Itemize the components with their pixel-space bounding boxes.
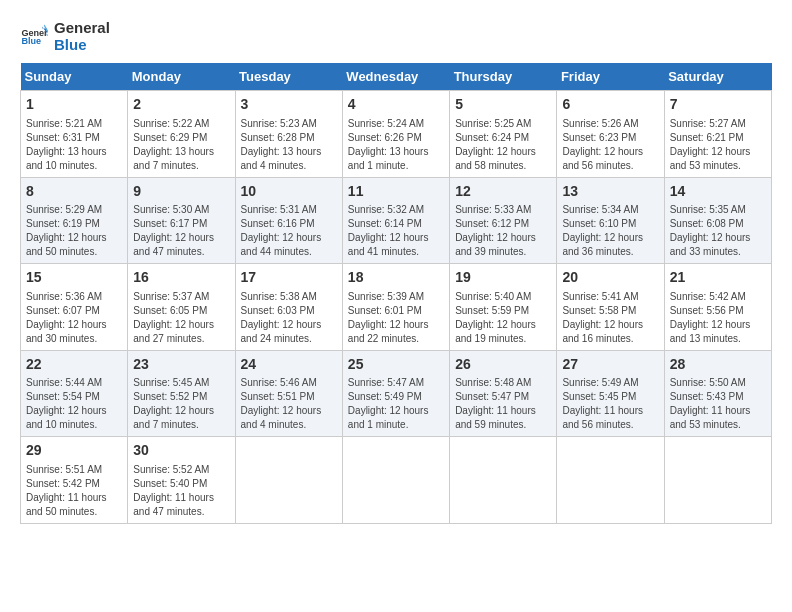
- logo: General Blue General Blue: [20, 20, 110, 53]
- day-detail: Sunrise: 5:42 AMSunset: 5:56 PMDaylight:…: [670, 290, 766, 346]
- day-detail: Sunrise: 5:26 AMSunset: 6:23 PMDaylight:…: [562, 117, 658, 173]
- calendar-cell: 15 Sunrise: 5:36 AMSunset: 6:07 PMDaylig…: [21, 264, 128, 351]
- calendar-table: Sunday Monday Tuesday Wednesday Thursday…: [20, 63, 772, 524]
- col-tuesday: Tuesday: [235, 63, 342, 91]
- calendar-cell: 11 Sunrise: 5:32 AMSunset: 6:14 PMDaylig…: [342, 177, 449, 264]
- day-number: 21: [670, 268, 766, 288]
- calendar-cell: 30 Sunrise: 5:52 AMSunset: 5:40 PMDaylig…: [128, 437, 235, 524]
- day-number: 10: [241, 182, 337, 202]
- calendar-cell: 19 Sunrise: 5:40 AMSunset: 5:59 PMDaylig…: [450, 264, 557, 351]
- calendar-cell: 13 Sunrise: 5:34 AMSunset: 6:10 PMDaylig…: [557, 177, 664, 264]
- col-monday: Monday: [128, 63, 235, 91]
- col-saturday: Saturday: [664, 63, 771, 91]
- day-detail: Sunrise: 5:32 AMSunset: 6:14 PMDaylight:…: [348, 203, 444, 259]
- calendar-cell: 17 Sunrise: 5:38 AMSunset: 6:03 PMDaylig…: [235, 264, 342, 351]
- day-number: 24: [241, 355, 337, 375]
- calendar-week-3: 15 Sunrise: 5:36 AMSunset: 6:07 PMDaylig…: [21, 264, 772, 351]
- calendar-cell: [664, 437, 771, 524]
- day-detail: Sunrise: 5:47 AMSunset: 5:49 PMDaylight:…: [348, 376, 444, 432]
- day-number: 2: [133, 95, 229, 115]
- calendar-cell: 14 Sunrise: 5:35 AMSunset: 6:08 PMDaylig…: [664, 177, 771, 264]
- day-number: 28: [670, 355, 766, 375]
- day-detail: Sunrise: 5:36 AMSunset: 6:07 PMDaylight:…: [26, 290, 122, 346]
- day-number: 30: [133, 441, 229, 461]
- day-detail: Sunrise: 5:51 AMSunset: 5:42 PMDaylight:…: [26, 463, 122, 519]
- calendar-week-2: 8 Sunrise: 5:29 AMSunset: 6:19 PMDayligh…: [21, 177, 772, 264]
- col-thursday: Thursday: [450, 63, 557, 91]
- day-number: 5: [455, 95, 551, 115]
- day-detail: Sunrise: 5:31 AMSunset: 6:16 PMDaylight:…: [241, 203, 337, 259]
- day-detail: Sunrise: 5:50 AMSunset: 5:43 PMDaylight:…: [670, 376, 766, 432]
- day-detail: Sunrise: 5:33 AMSunset: 6:12 PMDaylight:…: [455, 203, 551, 259]
- calendar-week-1: 1 Sunrise: 5:21 AMSunset: 6:31 PMDayligh…: [21, 91, 772, 178]
- day-detail: Sunrise: 5:25 AMSunset: 6:24 PMDaylight:…: [455, 117, 551, 173]
- day-detail: Sunrise: 5:30 AMSunset: 6:17 PMDaylight:…: [133, 203, 229, 259]
- day-detail: Sunrise: 5:29 AMSunset: 6:19 PMDaylight:…: [26, 203, 122, 259]
- day-detail: Sunrise: 5:45 AMSunset: 5:52 PMDaylight:…: [133, 376, 229, 432]
- day-detail: Sunrise: 5:49 AMSunset: 5:45 PMDaylight:…: [562, 376, 658, 432]
- calendar-week-5: 29 Sunrise: 5:51 AMSunset: 5:42 PMDaylig…: [21, 437, 772, 524]
- day-number: 12: [455, 182, 551, 202]
- day-detail: Sunrise: 5:44 AMSunset: 5:54 PMDaylight:…: [26, 376, 122, 432]
- day-number: 6: [562, 95, 658, 115]
- day-number: 25: [348, 355, 444, 375]
- day-detail: Sunrise: 5:27 AMSunset: 6:21 PMDaylight:…: [670, 117, 766, 173]
- day-number: 7: [670, 95, 766, 115]
- day-detail: Sunrise: 5:22 AMSunset: 6:29 PMDaylight:…: [133, 117, 229, 173]
- day-number: 22: [26, 355, 122, 375]
- day-detail: Sunrise: 5:37 AMSunset: 6:05 PMDaylight:…: [133, 290, 229, 346]
- day-number: 11: [348, 182, 444, 202]
- calendar-cell: 24 Sunrise: 5:46 AMSunset: 5:51 PMDaylig…: [235, 350, 342, 437]
- day-number: 4: [348, 95, 444, 115]
- col-wednesday: Wednesday: [342, 63, 449, 91]
- calendar-cell: 22 Sunrise: 5:44 AMSunset: 5:54 PMDaylig…: [21, 350, 128, 437]
- day-detail: Sunrise: 5:39 AMSunset: 6:01 PMDaylight:…: [348, 290, 444, 346]
- calendar-cell: 5 Sunrise: 5:25 AMSunset: 6:24 PMDayligh…: [450, 91, 557, 178]
- day-detail: Sunrise: 5:38 AMSunset: 6:03 PMDaylight:…: [241, 290, 337, 346]
- logo-text-line2: Blue: [54, 37, 110, 54]
- day-detail: Sunrise: 5:48 AMSunset: 5:47 PMDaylight:…: [455, 376, 551, 432]
- calendar-cell: 2 Sunrise: 5:22 AMSunset: 6:29 PMDayligh…: [128, 91, 235, 178]
- calendar-cell: 1 Sunrise: 5:21 AMSunset: 6:31 PMDayligh…: [21, 91, 128, 178]
- day-number: 13: [562, 182, 658, 202]
- day-number: 27: [562, 355, 658, 375]
- day-number: 17: [241, 268, 337, 288]
- day-detail: Sunrise: 5:41 AMSunset: 5:58 PMDaylight:…: [562, 290, 658, 346]
- calendar-cell: 20 Sunrise: 5:41 AMSunset: 5:58 PMDaylig…: [557, 264, 664, 351]
- day-number: 9: [133, 182, 229, 202]
- day-number: 23: [133, 355, 229, 375]
- col-sunday: Sunday: [21, 63, 128, 91]
- calendar-cell: 28 Sunrise: 5:50 AMSunset: 5:43 PMDaylig…: [664, 350, 771, 437]
- calendar-header-row: Sunday Monday Tuesday Wednesday Thursday…: [21, 63, 772, 91]
- logo-text-line1: General: [54, 20, 110, 37]
- day-detail: Sunrise: 5:21 AMSunset: 6:31 PMDaylight:…: [26, 117, 122, 173]
- calendar-cell: [235, 437, 342, 524]
- day-number: 14: [670, 182, 766, 202]
- calendar-cell: 27 Sunrise: 5:49 AMSunset: 5:45 PMDaylig…: [557, 350, 664, 437]
- day-detail: Sunrise: 5:34 AMSunset: 6:10 PMDaylight:…: [562, 203, 658, 259]
- calendar-cell: 12 Sunrise: 5:33 AMSunset: 6:12 PMDaylig…: [450, 177, 557, 264]
- calendar-cell: 16 Sunrise: 5:37 AMSunset: 6:05 PMDaylig…: [128, 264, 235, 351]
- page-header: General Blue General Blue: [20, 20, 772, 53]
- calendar-cell: 7 Sunrise: 5:27 AMSunset: 6:21 PMDayligh…: [664, 91, 771, 178]
- calendar-cell: [342, 437, 449, 524]
- day-number: 15: [26, 268, 122, 288]
- day-detail: Sunrise: 5:35 AMSunset: 6:08 PMDaylight:…: [670, 203, 766, 259]
- day-detail: Sunrise: 5:40 AMSunset: 5:59 PMDaylight:…: [455, 290, 551, 346]
- day-detail: Sunrise: 5:46 AMSunset: 5:51 PMDaylight:…: [241, 376, 337, 432]
- calendar-cell: 4 Sunrise: 5:24 AMSunset: 6:26 PMDayligh…: [342, 91, 449, 178]
- calendar-cell: [450, 437, 557, 524]
- day-number: 26: [455, 355, 551, 375]
- day-number: 29: [26, 441, 122, 461]
- day-number: 8: [26, 182, 122, 202]
- day-detail: Sunrise: 5:52 AMSunset: 5:40 PMDaylight:…: [133, 463, 229, 519]
- col-friday: Friday: [557, 63, 664, 91]
- calendar-cell: 3 Sunrise: 5:23 AMSunset: 6:28 PMDayligh…: [235, 91, 342, 178]
- day-number: 1: [26, 95, 122, 115]
- calendar-body: 1 Sunrise: 5:21 AMSunset: 6:31 PMDayligh…: [21, 91, 772, 524]
- day-detail: Sunrise: 5:24 AMSunset: 6:26 PMDaylight:…: [348, 117, 444, 173]
- calendar-cell: 29 Sunrise: 5:51 AMSunset: 5:42 PMDaylig…: [21, 437, 128, 524]
- calendar-week-4: 22 Sunrise: 5:44 AMSunset: 5:54 PMDaylig…: [21, 350, 772, 437]
- calendar-cell: 8 Sunrise: 5:29 AMSunset: 6:19 PMDayligh…: [21, 177, 128, 264]
- day-number: 3: [241, 95, 337, 115]
